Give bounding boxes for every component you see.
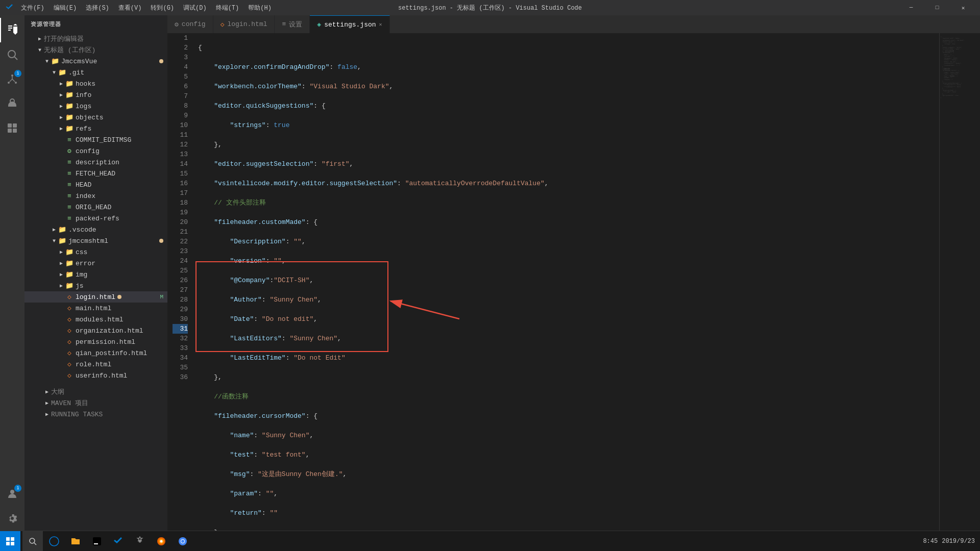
menu-edit[interactable]: 编辑(E) <box>50 3 81 13</box>
sidebar-item-refs[interactable]: ▶ 📁 refs <box>24 123 167 134</box>
svg-point-29 <box>160 540 163 542</box>
sidebar-item-info[interactable]: ▶ 📁 info <box>24 89 167 101</box>
tab-icon: ⚙ <box>175 20 179 29</box>
minimize-button[interactable]: ─ <box>899 0 923 15</box>
file-label: COMMIT_EDITMSG <box>76 136 131 144</box>
sidebar-item-outline[interactable]: ▶ 大纲 <box>24 386 167 397</box>
tab-login[interactable]: ◇ login.html <box>213 15 275 33</box>
sidebar-item-modules-html[interactable]: ▶ ◇ modules.html <box>24 314 167 325</box>
sidebar-item-main-html[interactable]: ▶ ◇ main.html <box>24 303 167 314</box>
html-file-icon: ◇ <box>65 315 74 323</box>
folder-label: error <box>76 260 95 267</box>
sidebar-item-js[interactable]: ▶ 📁 js <box>24 280 167 291</box>
sidebar-item-orig-head[interactable]: ▶ ≡ ORIG_HEAD <box>24 202 167 213</box>
tab-settings-json[interactable]: ◈ settings.json ✕ <box>310 15 389 33</box>
svg-point-32 <box>181 540 184 543</box>
html-file-icon: ◇ <box>65 349 74 357</box>
sidebar-item-open-editors[interactable]: ▶ 打开的编辑器 <box>24 33 167 44</box>
editor-area: 1 2 3 4 5 6 7 8 9 10 11 12 13 14 15 16 1… <box>167 33 980 536</box>
folder-icon: 📁 <box>65 113 74 121</box>
taskbar-cortana[interactable] <box>44 531 64 552</box>
start-button[interactable] <box>0 531 20 552</box>
html-file-icon: ◇ <box>65 360 74 368</box>
activity-git[interactable]: 1 <box>0 67 24 91</box>
sidebar-item-running-tasks[interactable]: ▶ RUNNING TASKS <box>24 409 167 420</box>
file-label: userinfo.html <box>76 372 127 380</box>
tab-label: config <box>182 20 206 28</box>
sidebar-item-userinfo-html[interactable]: ▶ ◇ userinfo.html <box>24 370 167 381</box>
sidebar-item-objects[interactable]: ▶ 📁 objects <box>24 112 167 123</box>
sidebar-item-hooks[interactable]: ▶ 📁 hooks <box>24 78 167 89</box>
tab-close-button[interactable]: ✕ <box>379 21 382 28</box>
sidebar-item-config-file[interactable]: ▶ ⚙ config <box>24 145 167 157</box>
html-file-icon: ◇ <box>65 338 74 346</box>
sidebar-item-git[interactable]: ▼ 📁 .git <box>24 67 167 78</box>
arrow-icon: ▶ <box>43 399 51 407</box>
sidebar-item-qian-postinfo-html[interactable]: ▶ ◇ qian_postinfo.html <box>24 347 167 359</box>
file-label: modules.html <box>76 316 124 323</box>
sidebar-item-commit-editmsg[interactable]: ▶ ≡ COMMIT_EDITMSG <box>24 134 167 145</box>
file-label: ORIG_HEAD <box>76 204 111 211</box>
folder-arrow-icon: ▶ <box>57 124 65 133</box>
menu-debug[interactable]: 调试(D) <box>179 3 211 13</box>
arrow-icon: ▶ <box>43 410 51 418</box>
menu-selection[interactable]: 选择(S) <box>82 3 113 13</box>
sidebar-item-jmccmsvue[interactable]: ▼ 📁 JmccmsVue <box>24 56 167 67</box>
file-label: description <box>76 159 119 166</box>
sidebar-item-css[interactable]: ▶ 📁 css <box>24 246 167 258</box>
folder-arrow-icon: ▶ <box>50 226 58 234</box>
sidebar-item-organization-html[interactable]: ▶ ◇ organization.html <box>24 325 167 336</box>
menu-goto[interactable]: 转到(G) <box>146 3 178 13</box>
window-controls: ─ □ ✕ <box>899 0 975 15</box>
sidebar-item-fetch-head[interactable]: ▶ ≡ FETCH_HEAD <box>24 168 167 179</box>
modified-indicator <box>117 295 121 299</box>
title-bar: 文件(F) 编辑(E) 选择(S) 查看(V) 转到(G) 调试(D) 终端(T… <box>0 0 980 15</box>
code-editor[interactable]: { "explorer.confirmDragAndDrop": false, … <box>193 33 939 536</box>
sidebar-item-jmccmshtml[interactable]: ▼ 📁 jmccmshtml <box>24 235 167 246</box>
maximize-button[interactable]: □ <box>925 0 949 15</box>
sidebar-item-head[interactable]: ▶ ≡ HEAD <box>24 179 167 190</box>
folder-arrow-icon: ▼ <box>50 68 58 77</box>
sidebar-item-logs[interactable]: ▶ 📁 logs <box>24 101 167 112</box>
taskbar-search[interactable] <box>22 531 43 552</box>
sidebar-item-img[interactable]: ▶ 📁 img <box>24 269 167 280</box>
sidebar-header: 资源管理器 <box>24 15 167 33</box>
activity-extensions[interactable] <box>0 116 24 140</box>
taskbar-file-explorer[interactable] <box>65 531 86 552</box>
activity-debug[interactable] <box>0 91 24 116</box>
file-label: organization.html <box>76 327 143 335</box>
folder-arrow-icon: ▼ <box>43 57 51 65</box>
sidebar-item-workspace[interactable]: ▼ 无标题 (工作区) <box>24 44 167 56</box>
taskbar-intellij[interactable] <box>87 531 107 552</box>
file-label: packed-refs <box>76 215 119 222</box>
menu-help[interactable]: 帮助(H) <box>244 3 276 13</box>
taskbar-chrome[interactable] <box>173 531 193 552</box>
taskbar-settings-app[interactable] <box>130 531 150 552</box>
sidebar-item-maven[interactable]: ▶ MAVEN 项目 <box>24 397 167 409</box>
taskbar-vscode[interactable] <box>108 531 129 552</box>
sidebar-item-description[interactable]: ▶ ≡ description <box>24 157 167 168</box>
activity-search[interactable] <box>0 42 24 67</box>
git-badge: 1 <box>14 70 21 77</box>
sidebar-item-packed-refs[interactable]: ▶ ≡ packed-refs <box>24 213 167 224</box>
activity-explorer[interactable] <box>0 18 24 42</box>
activity-settings[interactable] <box>0 506 24 531</box>
folder-icon: 📁 <box>65 282 74 290</box>
sidebar-item-vscode[interactable]: ▶ 📁 .vscode <box>24 224 167 235</box>
tab-config[interactable]: ⚙ config <box>167 15 213 33</box>
sidebar-item-error[interactable]: ▶ 📁 error <box>24 258 167 269</box>
activity-accounts[interactable]: 1 <box>0 482 24 506</box>
menu-terminal[interactable]: 终端(T) <box>212 3 243 13</box>
sidebar-item-index[interactable]: ▶ ≡ index <box>24 190 167 202</box>
menu-file[interactable]: 文件(F) <box>17 3 48 13</box>
taskbar-firefox[interactable] <box>151 531 172 552</box>
sidebar-item-login-html[interactable]: ▶ ◇ login.html M <box>24 291 167 303</box>
sidebar-item-role-html[interactable]: ▶ ◇ role.html <box>24 359 167 370</box>
sidebar-item-permission-html[interactable]: ▶ ◇ permission.html <box>24 336 167 347</box>
close-button[interactable]: ✕ <box>951 0 975 15</box>
tab-settings-ui[interactable]: ≡ 设置 <box>275 15 310 33</box>
tab-label: 设置 <box>289 20 302 29</box>
folder-arrow-icon: ▼ <box>50 237 58 245</box>
folder-label: hooks <box>76 80 95 88</box>
menu-view[interactable]: 查看(V) <box>114 3 146 13</box>
